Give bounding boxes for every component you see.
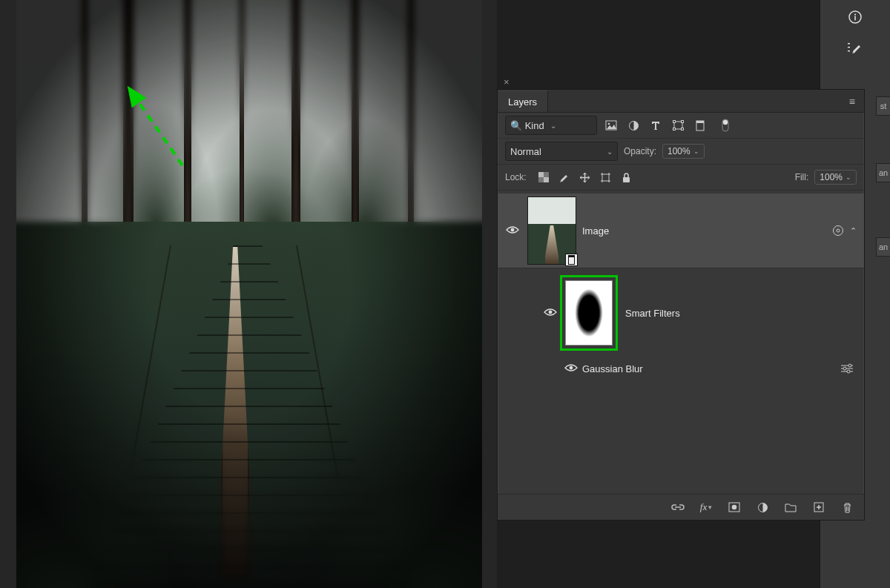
svg-point-8 — [608, 123, 610, 125]
svg-rect-22 — [602, 174, 609, 181]
filter-toggle-switch[interactable] — [717, 117, 734, 133]
lock-artboard-icon[interactable] — [598, 169, 614, 185]
panel-menu-icon[interactable]: ≡ — [842, 91, 864, 112]
blend-mode-dropdown[interactable]: Normal⌄ — [505, 142, 618, 161]
svg-rect-21 — [544, 177, 549, 182]
svg-rect-14 — [681, 128, 683, 131]
collapsed-panel-tab[interactable]: an — [876, 237, 890, 257]
layer-list: Image ⌃ Smart Filters Gaussian Blur — [498, 191, 864, 380]
tree-trunk — [240, 0, 244, 257]
canvas-image — [16, 0, 482, 588]
svg-rect-20 — [538, 172, 544, 177]
lock-position-icon[interactable] — [577, 169, 593, 185]
smart-filters-row[interactable]: Smart Filters — [498, 268, 864, 357]
group-icon[interactable] — [782, 499, 799, 515]
search-icon: 🔍 — [510, 120, 522, 131]
tree-trunk — [82, 0, 88, 257]
svg-point-28 — [570, 366, 573, 370]
chevron-down-icon: ⌄ — [550, 122, 556, 130]
link-icon[interactable] — [670, 499, 686, 515]
fill-field[interactable]: 100%⌄ — [814, 170, 857, 185]
svg-rect-3 — [854, 16, 856, 21]
layer-filter-row: 🔍 Kind⌄ — [498, 113, 864, 139]
opacity-field[interactable]: 100%⌄ — [662, 144, 705, 159]
filter-smartobject-icon[interactable] — [692, 117, 708, 133]
layer-thumbnail[interactable] — [527, 196, 576, 265]
smart-filter-indicator-icon[interactable] — [832, 225, 844, 237]
svg-point-24 — [511, 228, 515, 232]
chevron-down-icon: ⌄ — [846, 174, 851, 181]
tree-trunk — [291, 0, 300, 257]
trash-icon[interactable] — [839, 499, 855, 515]
svg-point-26 — [837, 229, 840, 232]
layers-panel: × Layers ≡ 🔍 Kind⌄ Normal⌄ Opacity: — [497, 89, 865, 521]
visibility-eye-icon[interactable] — [544, 307, 556, 319]
visibility-eye-icon[interactable] — [564, 363, 576, 374]
adjustment-icon[interactable] — [754, 499, 771, 515]
svg-rect-23 — [623, 177, 630, 182]
tree-trunk — [123, 0, 134, 257]
new-layer-icon[interactable] — [811, 499, 827, 515]
filter-kind-dropdown[interactable]: 🔍 Kind⌄ — [505, 116, 597, 135]
tree-trunk — [352, 0, 359, 257]
svg-rect-13 — [673, 128, 675, 131]
filter-entry-gaussian-blur[interactable]: Gaussian Blur — [498, 357, 864, 380]
filter-blend-options-icon[interactable] — [840, 363, 854, 374]
svg-point-25 — [834, 226, 843, 236]
svg-rect-4 — [848, 43, 850, 44]
fill-label: Fill: — [795, 172, 809, 182]
chevron-down-icon: ⌄ — [607, 148, 613, 156]
panel-tabbar: Layers ≡ — [498, 90, 864, 113]
panel-close-icon[interactable]: × — [504, 76, 510, 87]
svg-point-29 — [848, 364, 851, 367]
filter-type-icon[interactable] — [647, 117, 664, 133]
opacity-label: Opacity: — [624, 146, 656, 156]
svg-point-30 — [843, 367, 846, 370]
svg-point-33 — [732, 505, 737, 510]
lock-transparency-icon[interactable] — [535, 169, 552, 185]
layer-row-image[interactable]: Image ⌃ — [498, 194, 864, 268]
smart-object-badge-icon — [565, 254, 578, 266]
filter-mask-thumbnail[interactable] — [560, 275, 618, 351]
blend-opacity-row: Normal⌄ Opacity: 100%⌄ — [498, 139, 864, 165]
lock-pixels-icon[interactable] — [556, 169, 573, 185]
filter-name: Gaussian Blur — [582, 363, 643, 374]
chevron-down-icon: ⌄ — [693, 148, 699, 155]
mask-icon[interactable] — [726, 499, 742, 515]
smart-filters-label: Smart Filters — [625, 308, 864, 319]
svg-rect-11 — [673, 121, 675, 123]
lock-label: Lock: — [505, 172, 527, 182]
visibility-eye-icon[interactable] — [506, 225, 518, 237]
svg-rect-6 — [848, 50, 850, 52]
expand-chevron-icon[interactable]: ⌃ — [850, 226, 857, 236]
layers-tab[interactable]: Layers — [498, 90, 548, 112]
svg-rect-5 — [848, 47, 850, 48]
svg-point-31 — [847, 370, 850, 373]
svg-point-27 — [549, 311, 553, 314]
collapsed-panel-tab[interactable]: an — [876, 163, 890, 182]
info-icon[interactable] — [841, 3, 869, 31]
svg-rect-16 — [696, 121, 704, 123]
filter-pixel-icon[interactable] — [603, 117, 619, 133]
tree-trunk — [408, 0, 414, 257]
layers-panel-footer: fx▾ — [498, 494, 864, 520]
image-ground — [16, 222, 482, 588]
collapsed-panel-tab[interactable]: st — [876, 96, 890, 116]
lock-all-icon[interactable] — [619, 169, 635, 185]
svg-point-18 — [723, 120, 728, 125]
brush-list-icon[interactable] — [841, 34, 869, 62]
svg-rect-12 — [681, 121, 683, 123]
document-canvas[interactable] — [0, 0, 497, 588]
lock-fill-row: Lock: Fill: 100%⌄ — [498, 165, 864, 191]
svg-point-2 — [854, 13, 856, 15]
tree-trunk — [184, 0, 191, 257]
filter-adjustment-icon[interactable] — [625, 117, 642, 133]
layer-name[interactable]: Image — [582, 225, 832, 237]
filter-shape-icon[interactable] — [670, 117, 686, 133]
fx-icon[interactable]: fx▾ — [698, 499, 714, 515]
